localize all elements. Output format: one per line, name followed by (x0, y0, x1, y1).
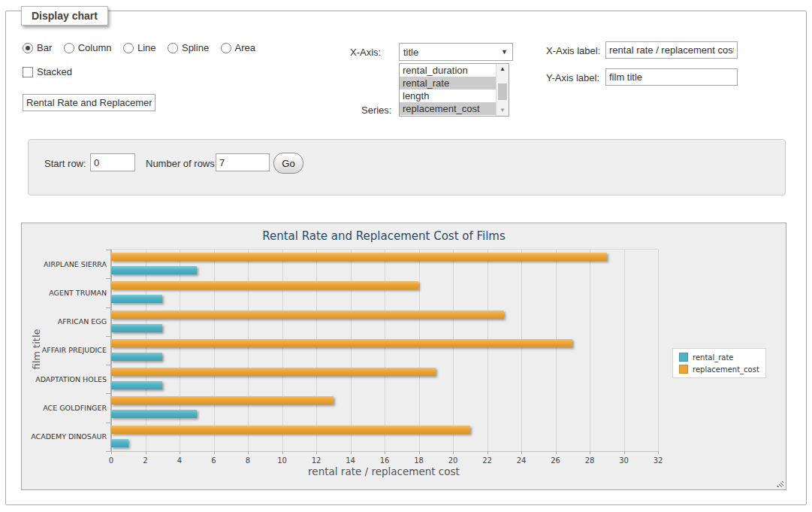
category-axis-tick (106, 365, 111, 365)
x-axis-select[interactable]: title ▼ (399, 43, 513, 61)
category-label: AGENT TRUMAN (24, 278, 107, 307)
chart-legend: rental_ratereplacement_cost (672, 348, 766, 378)
radio-bar-icon[interactable] (23, 43, 33, 53)
start-row-input[interactable] (90, 153, 135, 171)
chart-category-row: ACE GOLDFINGER (111, 393, 658, 422)
radio-line-icon[interactable] (123, 43, 134, 53)
x-tick-label: 4 (177, 456, 182, 465)
x-tick-label: 30 (619, 456, 629, 465)
scrollbar-up-arrow-icon[interactable]: ▲ (497, 64, 509, 74)
category-axis-tick (106, 451, 111, 452)
chart-category-row: ADAPTATION HOLES (111, 365, 658, 393)
x-axis-label-input[interactable] (605, 41, 738, 59)
radio-column-label: Column (78, 42, 112, 53)
num-rows-input[interactable] (216, 153, 270, 171)
radio-column[interactable]: Column (64, 42, 112, 53)
legend-label: replacement_cost (693, 365, 759, 374)
radio-column-icon[interactable] (64, 43, 74, 53)
axis-tick (488, 451, 488, 454)
axis-tick (658, 451, 659, 454)
axis-tick (316, 451, 317, 454)
chart-bar-replacement_cost (111, 281, 418, 289)
chart-category-row: AFFAIR PREJUDICE (111, 336, 658, 365)
category-axis-tick (106, 250, 111, 250)
legend-item-rental_rate[interactable]: rental_rate (679, 353, 759, 362)
axis-tick (624, 451, 625, 454)
chart-bar-rental_rate (111, 295, 162, 303)
x-tick-label: 26 (551, 456, 560, 465)
axis-tick (248, 451, 249, 454)
legend-item-replacement_cost[interactable]: replacement_cost (679, 365, 759, 374)
gridline (658, 250, 659, 451)
x-tick-label: 12 (312, 456, 321, 465)
series-option-rental-rate[interactable]: rental_rate (400, 77, 496, 89)
scrollbar-thumb[interactable] (498, 83, 507, 100)
stacked-checkbox[interactable] (23, 67, 33, 77)
chart-bar-replacement_cost (111, 339, 572, 347)
chart-plot-area: 02468101214161820222426283032AIRPLANE SI… (110, 249, 658, 452)
radio-area[interactable]: Area (221, 42, 255, 53)
chart-panel: Rental Rate and Replacement Cost of Film… (21, 223, 786, 490)
legend-swatch (679, 365, 688, 374)
radio-bar[interactable]: Bar (23, 42, 52, 53)
select-dropdown-arrow-icon: ▼ (501, 48, 508, 56)
axis-tick (419, 451, 420, 454)
axis-tick (111, 451, 112, 454)
x-axis-selected-value: title (403, 47, 418, 58)
axis-tick (214, 451, 215, 454)
x-tick-label: 24 (517, 456, 527, 465)
x-tick-label: 18 (414, 456, 424, 465)
x-tick-label: 32 (654, 456, 663, 465)
x-tick-label: 14 (346, 456, 355, 465)
go-button[interactable]: Go (273, 153, 303, 174)
chart-bar-rental_rate (111, 410, 197, 418)
axis-tick (385, 451, 385, 454)
chart-category-row: AGENT TRUMAN (111, 278, 658, 307)
stacked-option[interactable]: Stacked (23, 66, 80, 80)
x-axis-select-label: X-Axis: (350, 47, 381, 58)
fieldset-legend: Display chart (21, 6, 108, 26)
chart-bar-replacement_cost (111, 396, 334, 404)
listbox-scrollbar[interactable]: ▲ ▼ (496, 64, 509, 116)
radio-area-icon[interactable] (221, 43, 231, 53)
category-axis-tick (106, 278, 111, 279)
series-option-replacement-cost[interactable]: replacement_cost (400, 102, 496, 115)
category-label: AIRPLANE SIERRA (24, 250, 107, 278)
series-option-rental-duration[interactable]: rental_duration (400, 64, 496, 77)
x-tick-label: 6 (211, 456, 216, 465)
resize-handle-icon[interactable] (776, 480, 783, 487)
axis-tick (521, 451, 522, 454)
chart-title-input[interactable] (23, 94, 155, 111)
series-option-length[interactable]: length (400, 89, 496, 102)
category-label: ACADEMY DINOSAUR (24, 423, 107, 451)
legend-swatch (679, 353, 688, 362)
row-controls-box: Start row: Number of rows: Go (28, 139, 786, 195)
category-axis-tick (106, 393, 111, 394)
series-label: Series: (361, 105, 391, 116)
x-tick-label: 0 (109, 456, 113, 465)
app-root: Display chart Bar Column Line Spline Are… (0, 0, 812, 512)
x-tick-label: 2 (143, 456, 147, 465)
chart-bar-rental_rate (111, 324, 162, 332)
y-axis-title: film title (31, 316, 42, 383)
chart-bar-rental_rate (111, 353, 162, 361)
x-tick-label: 10 (277, 456, 287, 465)
category-axis-tick (106, 423, 111, 423)
y-axis-label-input[interactable] (605, 68, 738, 86)
chart-bar-replacement_cost (111, 426, 470, 434)
series-listbox[interactable]: rental_duration rental_rate length repla… (399, 63, 509, 117)
axis-tick (146, 451, 146, 454)
x-axis-label-caption: X-Axis label: (546, 45, 600, 56)
y-axis-label-caption: Y-Axis label: (546, 72, 599, 83)
chart-bar-replacement_cost (111, 253, 607, 261)
chart-bar-replacement_cost (111, 311, 504, 319)
radio-line[interactable]: Line (123, 42, 156, 53)
axis-tick (180, 451, 180, 454)
radio-spline[interactable]: Spline (168, 42, 209, 53)
scrollbar-down-arrow-icon[interactable]: ▼ (497, 105, 509, 116)
radio-line-label: Line (137, 42, 156, 53)
x-tick-label: 22 (482, 456, 492, 465)
axis-tick (453, 451, 454, 454)
x-tick-label: 8 (246, 456, 250, 465)
radio-spline-icon[interactable] (168, 43, 178, 53)
